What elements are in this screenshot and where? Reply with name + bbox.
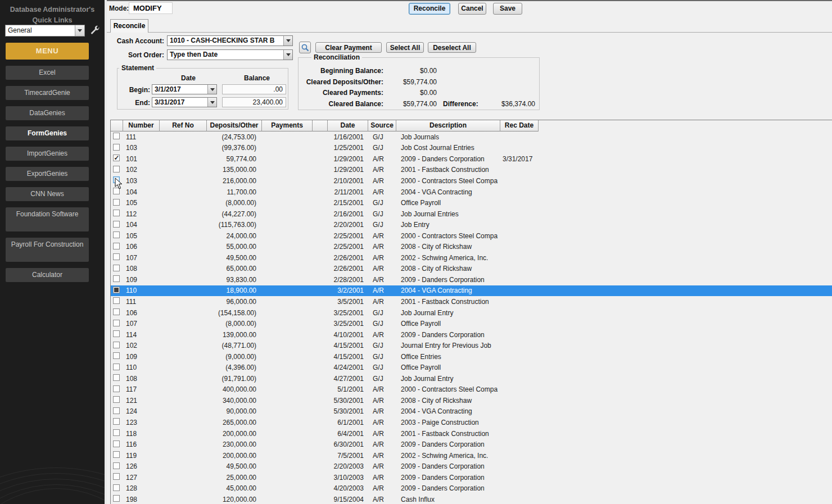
table-row[interactable]: 119200,000.007/5/2001A/R2002 - Schwing A… [111,450,832,461]
profile-select[interactable]: General [5,25,85,37]
row-checkbox[interactable] [113,166,120,172]
dropdown-arrow-icon[interactable] [75,25,84,36]
deselect-all-button[interactable]: Deselect All [428,42,476,53]
row-checkbox[interactable] [113,396,120,403]
table-row[interactable]: 123265,000.006/1/2001A/R2003 - Paige Con… [111,417,832,428]
dropdown-arrow-icon[interactable] [207,98,216,107]
row-checkbox[interactable] [113,407,120,414]
table-row[interactable]: 112(44,227.00)2/16/2001G/JJob Journal En… [111,208,832,220]
row-checkbox[interactable] [113,275,120,282]
tab-reconcile[interactable]: Reconcile [110,19,148,33]
table-row[interactable]: 109(9,000.00)4/15/2001G/JOffice Entries [111,351,832,362]
row-checkbox[interactable] [113,441,120,447]
table-row[interactable]: 108(91,791.00)4/27/2001G/JJob Journal En… [111,373,832,384]
table-row[interactable]: 11196,000.003/5/2001A/R2001 - Fastback C… [111,296,832,307]
table-row[interactable]: 12649,500.002/20/2003A/R2009 - Danders C… [111,461,832,472]
wrench-icon[interactable] [89,25,101,37]
reconcile-button[interactable]: Reconcile [409,3,450,15]
table-row[interactable]: 10749,500.002/26/2001A/R2002 - Schwing A… [111,252,832,264]
sort-order-select[interactable]: Type then Date [167,49,293,60]
column-header-ref-no[interactable]: Ref No [160,120,207,131]
row-checkbox[interactable] [113,451,120,458]
row-checkbox[interactable] [113,462,120,469]
row-checkbox[interactable] [113,364,120,370]
sidebar-item-cnn-news[interactable]: CNN News [6,187,89,201]
column-header-blank-5[interactable] [313,120,328,131]
row-checkbox[interactable] [113,221,120,228]
row-checkbox[interactable] [113,342,120,348]
table-row[interactable]: 10655,000.002/25/2001A/R2008 - City of R… [111,241,832,252]
table-row[interactable]: 117400,000.005/1/2001A/R2000 - Contracto… [111,384,832,396]
row-checkbox[interactable] [113,484,120,491]
row-checkbox[interactable] [113,320,120,326]
table-row[interactable]: 107(8,000.00)3/25/2001G/JOffice Payroll [111,318,832,329]
table-row[interactable]: 10865,000.002/26/2001A/R2008 - City of R… [111,264,832,275]
table-row[interactable]: 121340,000.005/30/2001A/R2008 - City of … [111,395,832,406]
dropdown-arrow-icon[interactable] [283,50,292,60]
row-checkbox[interactable] [113,385,120,392]
row-checkbox[interactable] [113,243,120,249]
select-all-button[interactable]: Select All [386,42,424,53]
column-header-number[interactable]: Number [123,120,160,131]
table-row[interactable]: 104(115,763.00)2/20/2001G/JJob Entry [111,219,832,230]
sidebar-item-excel[interactable]: Excel [6,66,89,80]
row-checkbox[interactable] [113,308,120,315]
table-row[interactable]: 12490,000.005/30/2001A/R2004 - VGA Contr… [111,406,832,417]
column-header-rec-date[interactable]: Rec Date [500,120,539,131]
dropdown-arrow-icon[interactable] [207,85,216,94]
clear-payment-button[interactable]: Clear Payment [315,42,382,53]
column-header-description[interactable]: Description [396,120,500,131]
row-checkbox[interactable] [113,297,120,304]
begin-date-select[interactable]: 3/1/2017 [152,84,217,94]
table-row[interactable]: 10524,000.002/25/2001A/R2000 - Contracto… [111,230,832,242]
row-checkbox[interactable] [113,199,120,206]
row-checkbox[interactable] [113,133,120,139]
table-row[interactable]: 10993,830.002/28/2001A/R2009 - Danders C… [111,274,832,285]
column-header-blank-0[interactable] [111,120,123,131]
column-header-date[interactable]: Date [328,120,368,131]
cash-account-select[interactable]: 1010 - CASH-CHECKING STAR B [167,35,293,46]
table-row[interactable]: 12845,000.004/20/2003A/R2009 - Danders C… [111,483,832,494]
table-row[interactable]: 198120,000.009/15/2004A/RCash Influx [111,494,832,504]
table-row[interactable]: 111(24,753.00)1/16/2001G/JJob Journals [111,131,832,143]
row-checkbox[interactable] [113,287,120,293]
table-row[interactable]: 110(4,396.00)4/24/2001G/JOffice Payroll [111,362,832,373]
table-row[interactable]: 103216,000.002/10/2001A/R2000 - Contract… [111,175,832,187]
sidebar-item-datagenies[interactable]: DataGenies [6,106,89,120]
sidebar-item-timecardgenie[interactable]: TimecardGenie [6,86,89,100]
row-checkbox[interactable] [113,418,120,425]
row-checkbox[interactable] [113,473,120,480]
column-header-deposits-other[interactable]: Deposits/Other [207,120,262,131]
row-checkbox[interactable] [113,144,120,151]
row-checkbox[interactable] [113,155,120,161]
table-row[interactable]: 103(99,376.00)1/25/2001G/JJob Cost Journ… [111,143,832,154]
sidebar-item-foundation-software[interactable]: Foundation Software [6,207,89,231]
row-checkbox[interactable] [113,210,120,216]
sidebar-item-importgenies[interactable]: ImportGenies [6,147,89,161]
row-checkbox[interactable] [113,231,120,238]
table-row[interactable]: 102(48,771.00)4/15/2001G/JJournal Entry … [111,340,832,351]
table-row[interactable]: 105(8,000.00)2/15/2001G/JOffice Payroll [111,197,832,208]
cancel-button[interactable]: Cancel [458,3,486,15]
column-header-payments[interactable]: Payments [262,120,313,131]
table-row[interactable]: 106(154,158.00)3/25/2001G/JJob Journal E… [111,307,832,319]
row-checkbox[interactable] [113,330,120,337]
row-checkbox[interactable] [113,352,120,359]
sidebar-item-exportgenies[interactable]: ExportGenies [6,167,89,181]
save-button[interactable]: Save [493,3,522,15]
sidebar-item-payroll-for-construction[interactable]: Payroll For Construction [6,238,89,262]
table-row[interactable]: 102135,000.001/29/2001A/R2001 - Fastback… [111,165,832,176]
table-row[interactable]: 12725,000.003/10/2003A/R2009 - Danders C… [111,472,832,483]
row-checkbox[interactable] [113,265,120,271]
table-row[interactable]: 10411,700.002/11/2001A/R2004 - VGA Contr… [111,187,832,198]
table-row[interactable]: 118200,000.006/4/2001A/R2001 - Fastback … [111,428,832,439]
magnifier-icon[interactable] [299,42,311,53]
row-checkbox[interactable] [113,374,120,381]
sidebar-item-calculator[interactable]: Calculator [6,268,89,282]
sidebar-item-formgenies[interactable]: FormGenies [6,126,89,140]
row-checkbox[interactable] [113,253,120,260]
row-checkbox[interactable] [113,495,120,502]
column-header-source[interactable]: Source [368,120,396,131]
dropdown-arrow-icon[interactable] [283,36,292,46]
table-row[interactable]: 10159,774.001/29/2001A/R2009 - Danders C… [111,153,832,165]
